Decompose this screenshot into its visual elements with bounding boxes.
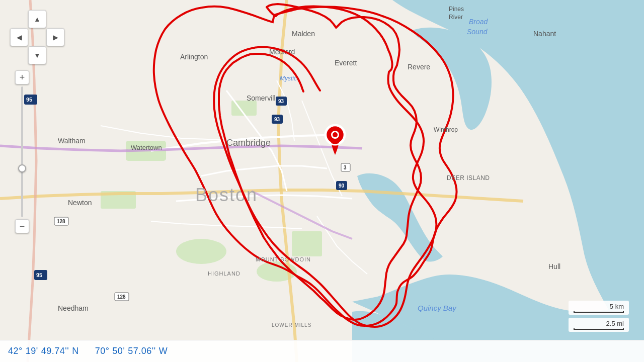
svg-text:Broad: Broad bbox=[469, 18, 489, 26]
lng-seconds: 57.06'' bbox=[128, 346, 155, 356]
svg-text:Arlington: Arlington bbox=[180, 53, 208, 61]
svg-text:Hull: Hull bbox=[548, 262, 560, 270]
lat-direction: N bbox=[72, 346, 79, 356]
scale-mi-label: 2.5 mi bbox=[606, 320, 624, 327]
svg-text:Pines: Pines bbox=[449, 6, 464, 13]
svg-text:Waltham: Waltham bbox=[58, 137, 86, 145]
zoom-slider-track[interactable] bbox=[21, 86, 23, 217]
svg-text:Newton: Newton bbox=[68, 199, 92, 207]
zoom-in-button[interactable]: + bbox=[15, 70, 29, 84]
lat-seconds: 49.74'' bbox=[41, 346, 69, 356]
pan-controls: ▲ ◀ ▶ ▼ bbox=[10, 10, 64, 64]
scale-km: 5 km bbox=[569, 301, 629, 315]
map-container: Malden Medford Arlington Everett Revere … bbox=[0, 0, 644, 362]
pan-down-button[interactable]: ▼ bbox=[28, 46, 46, 64]
zoom-slider-thumb[interactable] bbox=[18, 164, 26, 172]
svg-text:Needham: Needham bbox=[58, 304, 89, 312]
svg-text:LOWER MILLS: LOWER MILLS bbox=[272, 322, 311, 328]
svg-text:Mystic: Mystic bbox=[280, 75, 297, 82]
scale-mi-line bbox=[574, 328, 624, 330]
scale-km-line bbox=[574, 311, 624, 313]
zoom-out-button[interactable]: − bbox=[15, 219, 29, 233]
svg-text:93: 93 bbox=[278, 99, 284, 104]
pan-right-button[interactable]: ▶ bbox=[46, 28, 64, 46]
map-svg: Malden Medford Arlington Everett Revere … bbox=[0, 0, 644, 362]
svg-text:Watertown: Watertown bbox=[131, 144, 162, 151]
svg-text:Revere: Revere bbox=[408, 63, 430, 71]
svg-text:Winthrop: Winthrop bbox=[434, 126, 458, 133]
scale-bar: 5 km 2.5 mi bbox=[569, 301, 629, 332]
svg-text:Medford: Medford bbox=[269, 48, 295, 56]
pan-left-button[interactable]: ◀ bbox=[10, 28, 28, 46]
lng-direction: W bbox=[159, 346, 168, 356]
coordinate-bar: 42° 19' 49.74'' N 70° 50' 57.06'' W bbox=[0, 340, 644, 362]
svg-text:128: 128 bbox=[117, 294, 126, 300]
lat-minutes: 19' bbox=[26, 346, 38, 356]
svg-text:Cambridge: Cambridge bbox=[226, 138, 271, 148]
lng-minutes: 50' bbox=[112, 346, 125, 356]
svg-text:95: 95 bbox=[36, 272, 42, 278]
svg-text:River: River bbox=[449, 14, 463, 21]
lng-degrees: 70° bbox=[95, 346, 110, 356]
svg-text:Nahant: Nahant bbox=[533, 30, 556, 38]
svg-rect-2 bbox=[292, 231, 322, 256]
lat-degrees: 42° bbox=[8, 346, 23, 356]
svg-text:Malden: Malden bbox=[292, 30, 315, 38]
scale-mi: 2.5 mi bbox=[569, 318, 629, 332]
svg-text:HIGHLAND: HIGHLAND bbox=[208, 270, 240, 277]
zoom-controls: + − bbox=[15, 70, 29, 233]
pan-up-button[interactable]: ▲ bbox=[28, 10, 46, 28]
svg-text:128: 128 bbox=[57, 219, 65, 224]
svg-text:93: 93 bbox=[274, 117, 280, 122]
svg-text:DEER ISLAND: DEER ISLAND bbox=[447, 174, 490, 182]
svg-text:Sound: Sound bbox=[467, 28, 488, 36]
svg-text:Quincy Bay: Quincy Bay bbox=[418, 304, 457, 312]
svg-text:Everett: Everett bbox=[335, 59, 357, 67]
svg-text:MOUNT BOWDOIN: MOUNT BOWDOIN bbox=[256, 256, 311, 262]
svg-text:3: 3 bbox=[344, 165, 347, 170]
scale-km-label: 5 km bbox=[610, 303, 624, 310]
svg-point-4 bbox=[176, 239, 226, 264]
svg-text:Somerville: Somerville bbox=[247, 94, 280, 102]
svg-text:Boston: Boston bbox=[195, 185, 258, 205]
svg-text:90: 90 bbox=[339, 183, 345, 189]
